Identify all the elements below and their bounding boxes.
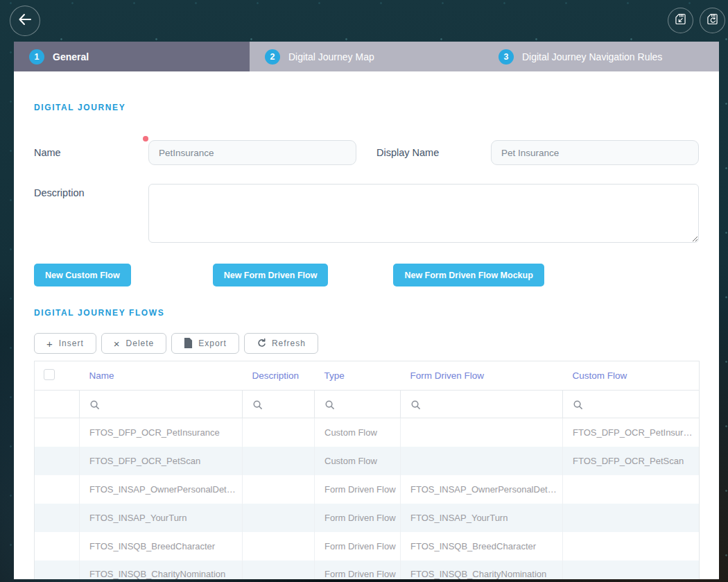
row-select-cell[interactable] (35, 418, 80, 447)
digital-journey-heading: DIGITAL JOURNEY (34, 71, 699, 112)
description-row: Description (34, 184, 699, 243)
digital-journey-flows-heading: DIGITAL JOURNEY FLOWS (34, 308, 699, 318)
cell-name: FTOS_INSQB_CharityNomination (80, 560, 243, 580)
delete-button[interactable]: × Delete (101, 333, 166, 354)
select-all-cell (35, 361, 80, 391)
description-label: Description (34, 184, 148, 198)
filter-description[interactable] (243, 391, 315, 418)
search-icon (324, 400, 335, 410)
new-custom-flow-button[interactable]: New Custom Flow (34, 264, 131, 286)
col-header-custom-flow[interactable]: Custom Flow (563, 361, 700, 391)
cell-form-driven-flow (401, 418, 563, 447)
select-all-checkbox[interactable] (44, 369, 55, 380)
main-panel: 1 General 2 Digital Journey Map 3 Digita… (14, 42, 719, 579)
cell-type: Custom Flow (315, 447, 401, 475)
cell-custom-flow (563, 560, 700, 580)
refresh-icon (257, 338, 266, 349)
cell-form-driven-flow: FTOS_INSQB_BreedCharacter (401, 532, 563, 560)
cell-description (243, 560, 315, 580)
filter-cell-empty (35, 391, 80, 418)
filter-name[interactable] (80, 391, 243, 418)
cell-description (243, 418, 315, 447)
row-select-cell[interactable] (35, 560, 80, 580)
tab-label: Digital Journey Map (288, 51, 374, 62)
cell-custom-flow: FTOS_DFP_OCR_PetInsurance (563, 418, 700, 447)
display-name-input-wrap (491, 140, 699, 165)
wizard-tab-bar: 1 General 2 Digital Journey Map 3 Digita… (14, 42, 719, 71)
new-form-driven-flow-button[interactable]: New Form Driven Flow (213, 264, 329, 286)
cell-type: Custom Flow (315, 418, 401, 447)
save-reload-button[interactable] (700, 8, 725, 33)
cell-type: Form Driven Flow (315, 532, 401, 560)
search-icon (410, 400, 421, 410)
tab-general[interactable]: 1 General (14, 42, 250, 71)
cell-name: FTOS_DFP_OCR_PetInsurance (80, 418, 243, 447)
tab-digital-journey-map[interactable]: 2 Digital Journey Map (250, 42, 483, 71)
tab-digital-journey-navigation-rules[interactable]: 3 Digital Journey Navigation Rules (483, 42, 719, 71)
refresh-button[interactable]: Refresh (244, 333, 318, 354)
insert-button[interactable]: + Insert (34, 333, 96, 354)
row-select-cell[interactable] (35, 447, 80, 475)
cell-custom-flow (563, 504, 700, 532)
table-row[interactable]: FTOS_INSQB_CharityNomination Form Driven… (35, 560, 700, 580)
required-indicator-dot (143, 136, 148, 142)
refresh-label: Refresh (272, 339, 306, 348)
filter-type[interactable] (315, 391, 401, 418)
flows-table: Name Description Type Form Driven Flow C… (34, 361, 700, 579)
table-row[interactable]: FTOS_INSAP_YourTurn Form Driven Flow FTO… (35, 504, 700, 532)
col-header-name[interactable]: Name (80, 361, 243, 391)
cell-name: FTOS_INSQB_BreedCharacter (80, 532, 243, 560)
back-button[interactable] (10, 6, 40, 36)
save-button[interactable] (668, 8, 693, 33)
cell-name: FTOS_INSAP_YourTurn (80, 504, 243, 532)
tab-label: General (53, 51, 89, 62)
row-select-cell[interactable] (35, 504, 80, 532)
grid-toolbar: + Insert × Delete Export (34, 333, 699, 354)
cell-type: Form Driven Flow (315, 504, 401, 532)
name-input[interactable] (148, 140, 356, 165)
col-header-type[interactable]: Type (315, 361, 401, 391)
new-form-driven-flow-mockup-button[interactable]: New Form Driven Flow Mockup (393, 264, 544, 286)
cell-form-driven-flow (401, 447, 563, 475)
save-card-icon (673, 12, 688, 29)
table-row[interactable]: FTOS_INSAP_OwnerPersonalDetails Form Dri… (35, 475, 700, 504)
display-name-label: Display Name (376, 147, 491, 158)
table-row[interactable]: FTOS_DFP_OCR_PetInsurance Custom Flow FT… (35, 418, 700, 447)
filter-form-driven-flow[interactable] (401, 391, 563, 418)
search-icon (89, 400, 100, 410)
top-bar (0, 0, 728, 42)
plus-icon: + (46, 339, 53, 349)
cell-custom-flow (563, 532, 700, 560)
file-icon (184, 338, 193, 350)
name-label: Name (34, 147, 148, 158)
save-reload-card-icon (705, 12, 720, 29)
cell-form-driven-flow: FTOS_INSAP_OwnerPersonalDetails (401, 475, 563, 504)
display-name-input[interactable] (491, 140, 699, 165)
filter-custom-flow[interactable] (563, 391, 700, 418)
tab-number-badge: 1 (29, 49, 44, 65)
description-textarea[interactable] (148, 184, 699, 243)
row-select-cell[interactable] (35, 475, 80, 504)
digital-journey-config-screen: 1 General 2 Digital Journey Map 3 Digita… (0, 0, 728, 582)
cell-form-driven-flow: FTOS_INSQB_CharityNomination (401, 560, 563, 580)
cell-custom-flow (563, 475, 700, 504)
search-icon (573, 400, 583, 410)
cell-type: Form Driven Flow (315, 560, 401, 580)
table-row[interactable]: FTOS_DFP_OCR_PetScan Custom Flow FTOS_DF… (35, 447, 700, 475)
name-display-name-row: Name Display Name (34, 140, 699, 165)
tab-number-badge: 3 (499, 49, 514, 65)
col-header-form-driven-flow[interactable]: Form Driven Flow (401, 361, 563, 391)
flow-action-buttons: New Custom Flow New Form Driven Flow New… (34, 264, 699, 286)
cell-description (243, 504, 315, 532)
table-header-row: Name Description Type Form Driven Flow C… (35, 361, 700, 391)
cell-description (243, 447, 315, 475)
row-select-cell[interactable] (35, 532, 80, 560)
filter-row (35, 391, 700, 418)
arrow-left-icon (17, 11, 33, 31)
export-button[interactable]: Export (171, 333, 239, 354)
export-label: Export (198, 339, 227, 348)
name-input-wrap (148, 140, 356, 165)
table-row[interactable]: FTOS_INSQB_BreedCharacter Form Driven Fl… (35, 532, 700, 560)
col-header-description[interactable]: Description (243, 361, 315, 391)
cell-description (243, 475, 315, 504)
